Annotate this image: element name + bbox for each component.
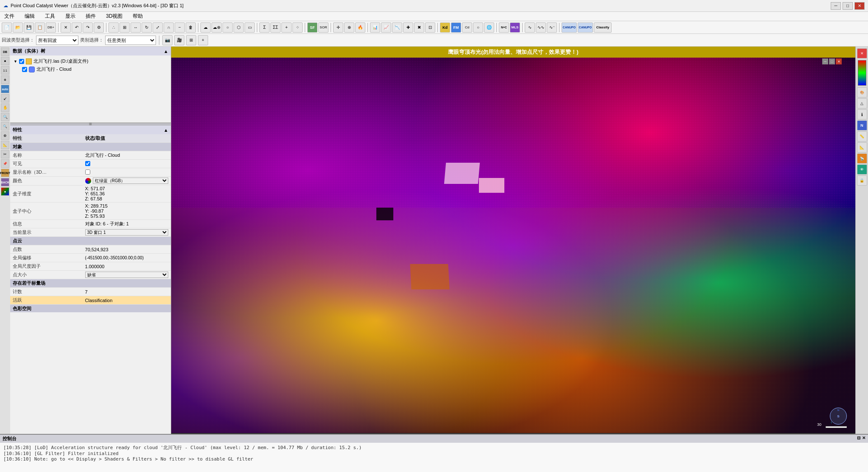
fm-btn[interactable]: FM [451,22,461,33]
settings-btn[interactable]: ⚙ [94,22,104,33]
saveas-btn[interactable]: 📋 [35,22,45,33]
color-select[interactable]: 红绿蓝（RGB） [93,178,168,184]
fire-btn[interactable]: 🔥 [355,22,365,33]
cloud-select2[interactable]: ☁⊕ [211,22,222,33]
win-close-btn[interactable]: ✕ [854,2,865,10]
menu-display[interactable]: 显示 [63,12,78,21]
win-restore-btn[interactable]: □ [843,2,853,10]
display3d-checkbox[interactable] [85,169,90,175]
menu-edit[interactable]: 编辑 [22,12,37,21]
clip-sidebar-btn[interactable]: ✂ [1,150,9,158]
point-size-value[interactable]: 缺省 [83,271,171,279]
redo-btn[interactable]: ↷ [83,22,93,33]
del-mark-btn[interactable]: ✖ [414,22,424,33]
grid-icon[interactable]: ⊞ [186,35,196,45]
plane-btn[interactable]: ⊡ [425,22,435,33]
measure-rp-btn[interactable]: 📐 [857,142,867,153]
sf-btn[interactable]: SF [307,22,317,33]
tree-collapse[interactable]: ▲ [164,49,168,54]
annotation-btn[interactable]: 📌 [1,159,9,168]
new-btn[interactable]: 📄 [2,22,12,33]
line-chart-btn[interactable]: 📈 [381,22,391,33]
undo-btn[interactable]: ↶ [72,22,82,33]
sphere-btn[interactable]: ○ [473,22,483,33]
measure-sidebar-btn[interactable]: 📐 [1,141,9,149]
radio-rp-btn[interactable]: 📡 [857,153,867,164]
db-add-btn[interactable]: DB+ [46,22,56,33]
canupo1-btn[interactable]: CANUPO [562,22,577,33]
eye-rp-btn[interactable]: 👁 [857,164,867,175]
menu-file[interactable]: 文件 [2,12,17,21]
nc-btn[interactable]: N+C [499,22,509,33]
menu-3dview[interactable]: 3D视图 [103,12,125,21]
wave1-btn[interactable]: ∿ [525,22,535,33]
delete-btn[interactable]: 🗑 [186,22,196,33]
vp-close-btn[interactable]: ✕ [836,58,842,64]
point-sidebar-btn[interactable]: ● [1,57,9,65]
menu-plugins[interactable]: 插件 [83,12,98,21]
n-rp-btn[interactable]: N [857,120,867,130]
camera-icon[interactable]: 📷 [162,35,172,45]
add-view-btn[interactable]: + [198,35,208,45]
triangle-icon[interactable]: △ [857,98,867,108]
zoom2-btn[interactable]: 🔍 [1,122,9,130]
lock-rp-btn[interactable]: 🔒 [857,175,867,186]
open-btn[interactable]: 📂 [13,22,23,33]
sample-btn[interactable]: ∴ [108,22,119,33]
merge-btn[interactable]: ⊞ [120,22,130,33]
save-btn[interactable]: 💾 [24,22,34,33]
point-size-select[interactable]: 缺省 [85,272,168,278]
zoom-in-btn[interactable]: + [1,75,9,84]
sor-btn[interactable]: SOR [318,22,328,33]
win-minimize-btn[interactable]: ─ [831,2,841,10]
info-rp-btn[interactable]: ℹ [857,109,867,119]
cd-btn[interactable]: Cd [462,22,472,33]
cloud-select1[interactable]: ☁ [200,22,211,33]
pan-btn[interactable]: ✋ [1,103,9,112]
console-toggle2[interactable]: ✕ [862,436,865,442]
tree-item-file[interactable]: ▼ 北川飞行.las (D:/桌面文件) [12,57,169,65]
video-icon[interactable]: 🎥 [174,35,184,45]
wave2-btn[interactable]: ∿∿ [536,22,546,33]
rgb-mode-btn[interactable]: ● [1,187,9,196]
zoom-11-btn[interactable]: 1:1 [1,66,9,75]
tree-item-cloud[interactable]: 北川飞行 - Cloud [12,65,169,73]
rotate-btn[interactable]: ↻ [142,22,152,33]
vp-min-btn[interactable]: ─ [822,58,828,64]
point-cloud-view[interactable]: S N 30 ↑ [171,58,855,433]
cross-btn[interactable]: + [281,22,292,33]
kd-btn[interactable]: Kd [440,22,450,33]
close-btn[interactable]: ✕ [61,22,71,33]
subtract-btn[interactable]: − [175,22,185,33]
bar-chart-btn[interactable]: 📊 [370,22,380,33]
pick-btn[interactable]: ⊕ [344,22,354,33]
class-select[interactable]: 任意类别 [105,36,156,45]
display-value[interactable]: 3D 窗口 1 [83,228,171,237]
scale-btn[interactable]: ⤢ [153,22,163,33]
color-value[interactable]: 红绿蓝（RGB） [83,177,171,185]
display-select[interactable]: 3D 窗口 1 [85,229,168,236]
canupo2-btn[interactable]: CANUPO [578,22,593,33]
poly-sel-btn[interactable]: ⬡ [234,22,244,33]
file-checkbox[interactable] [19,59,24,64]
rp-close-btn[interactable]: ✕ [857,48,867,58]
back-view-btn[interactable]: BACK [1,178,9,186]
db-sidebar-btn[interactable]: DB [1,47,9,56]
rect-sel-btn[interactable]: ▭ [245,22,255,33]
vp-max-btn[interactable]: □ [829,58,835,64]
label1-btn[interactable]: Σ [259,22,270,33]
translate-btn[interactable]: ↔ [131,22,141,33]
props-collapse[interactable]: ▲ [164,128,168,133]
mls-btn[interactable]: MLS [510,22,520,33]
label2-btn[interactable]: ΣΣ [270,22,281,33]
arrow-btn[interactable]: ↙ [1,94,9,103]
menu-tools[interactable]: 工具 [42,12,58,21]
console-toggle1[interactable]: ⊟ [857,436,860,442]
wave3-btn[interactable]: ∿⁻ [547,22,557,33]
visible-checkbox[interactable] [85,161,90,166]
lasso-btn[interactable]: ○ [223,22,233,33]
globe-btn[interactable]: 🌐 [484,22,494,33]
menu-help[interactable]: 帮助 [130,12,145,21]
cloud-checkbox[interactable] [22,67,27,72]
auto-fit-btn[interactable]: auto [1,85,9,93]
